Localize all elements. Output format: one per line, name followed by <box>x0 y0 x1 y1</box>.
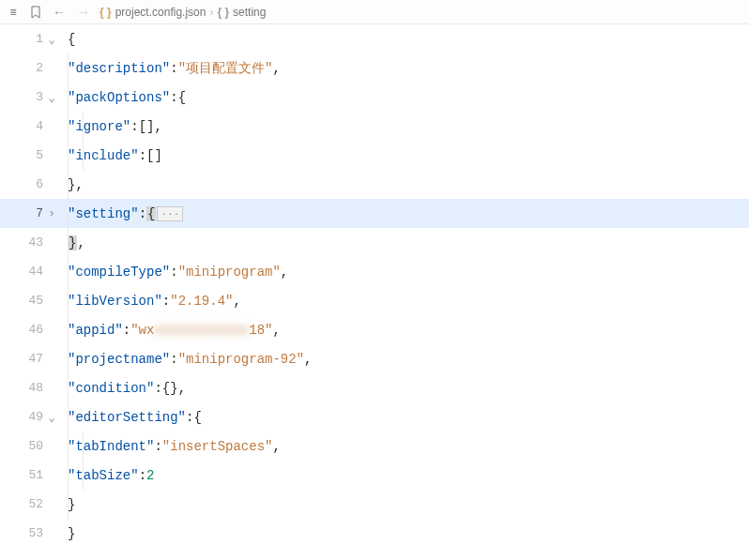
gutter: 1⌄ 2 3⌄ 4 5 6 7› 43 44 45 46 47 48 49⌄ 5… <box>0 24 60 560</box>
code-line: "projectname": "miniprogram-92", <box>60 344 749 373</box>
code-line: "condition": {}, <box>60 373 749 402</box>
code-line: "appid": "wxxxxxxxxxxxxx18", <box>60 315 749 344</box>
json-object-icon: { } <box>217 6 229 19</box>
code-line: }, <box>60 170 749 199</box>
breadcrumb-symbol-label: setting <box>233 6 266 19</box>
line-number: 1 <box>36 32 43 46</box>
code-line: "tabSize": 2 <box>60 461 749 490</box>
code-line: "packOptions": { <box>60 83 749 112</box>
breadcrumb-file[interactable]: { } project.config.json <box>99 6 206 19</box>
editor-body: 1⌄ 2 3⌄ 4 5 6 7› 43 44 45 46 47 48 49⌄ 5… <box>0 24 749 560</box>
more-icon[interactable]: ≡ <box>6 5 21 20</box>
breadcrumb-symbol[interactable]: { } setting <box>217 6 266 19</box>
line-number: 4 <box>36 119 43 133</box>
code-line: "setting": {··· <box>60 199 749 228</box>
code-line: "tabIndent": "insertSpaces", <box>60 431 749 461</box>
line-number: 52 <box>28 497 43 511</box>
breadcrumb-separator-icon: › <box>209 6 213 19</box>
fold-down-icon[interactable]: ⌄ <box>45 32 58 46</box>
code-line: "description": "项目配置文件", <box>60 53 749 83</box>
code-line: }, <box>60 228 749 257</box>
code-line: "ignore": [], <box>60 112 749 141</box>
line-number: 51 <box>28 468 43 482</box>
breadcrumb-file-label: project.config.json <box>115 6 206 19</box>
line-number: 45 <box>28 294 43 308</box>
code-line: "include": [] <box>60 141 749 170</box>
code-line: "editorSetting": { <box>60 402 749 431</box>
redacted-appid: xxxxxxxxxxxx <box>154 323 249 338</box>
bookmark-icon[interactable] <box>28 5 43 20</box>
code-area[interactable]: { "description": "项目配置文件", "packOptions"… <box>60 24 749 560</box>
line-number: 6 <box>36 177 43 191</box>
breadcrumb: { } project.config.json › { } setting <box>99 6 266 19</box>
line-number: 48 <box>28 381 43 395</box>
line-number: 50 <box>28 439 43 453</box>
top-bar: ≡ ← → { } project.config.json › { } sett… <box>0 0 749 24</box>
code-line: "libVersion": "2.19.4", <box>60 286 749 315</box>
line-number: 49 <box>28 410 43 424</box>
code-line: } <box>60 519 749 548</box>
line-number: 5 <box>36 148 43 162</box>
nav-back-icon[interactable]: ← <box>51 5 68 20</box>
line-number: 2 <box>36 61 43 75</box>
line-number: 53 <box>28 526 43 540</box>
line-number: 7 <box>36 206 43 220</box>
line-number: 47 <box>28 352 43 366</box>
line-number: 3 <box>36 90 43 104</box>
line-number: 46 <box>28 323 43 337</box>
code-line: "compileType": "miniprogram", <box>60 257 749 286</box>
editor-container: ≡ ← → { } project.config.json › { } sett… <box>0 0 749 560</box>
code-line: } <box>60 490 749 519</box>
fold-down-icon[interactable]: ⌄ <box>45 410 58 424</box>
json-file-icon: { } <box>99 6 112 19</box>
line-number: 43 <box>28 235 43 250</box>
fold-right-icon[interactable]: › <box>45 207 58 220</box>
line-number: 44 <box>28 265 43 279</box>
nav-forward-icon[interactable]: → <box>75 5 92 20</box>
code-line: { <box>60 24 749 53</box>
folded-marker[interactable]: ··· <box>157 206 183 221</box>
fold-down-icon[interactable]: ⌄ <box>45 90 58 104</box>
